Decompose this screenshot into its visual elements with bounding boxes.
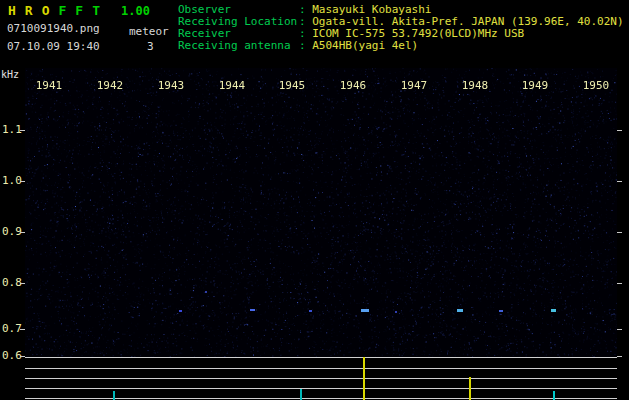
meteor-echo-mark (361, 309, 369, 312)
x-tick-label: 1950 (583, 79, 610, 92)
y-tick-label: 0.8 (2, 276, 22, 289)
strip-event-mark (469, 377, 471, 400)
y-tick-label: 1.1 (2, 123, 22, 136)
y-tick-mark-left (20, 232, 25, 233)
y-tick-mark-right (617, 232, 622, 233)
meteor-echo-mark (205, 291, 207, 293)
y-tick-mark-left (20, 181, 25, 182)
spectrogram-canvas (25, 68, 617, 357)
x-tick-label: 1942 (97, 79, 124, 92)
y-tick-mark-right (617, 181, 622, 182)
mode-label: meteor (129, 25, 169, 38)
station-field-colon: : (299, 39, 312, 52)
strip-gridline (25, 388, 617, 389)
y-tick-mark-right (617, 356, 622, 357)
x-tick-label: 1948 (462, 79, 489, 92)
strip-event-mark (553, 391, 555, 400)
x-tick-label: 1945 (279, 79, 306, 92)
y-tick-mark-left (20, 130, 25, 131)
y-tick-label: 0.7 (2, 322, 22, 335)
meteor-echo-mark (250, 309, 255, 311)
title-letter: H (8, 3, 25, 18)
y-tick-label: 0.6 (2, 349, 22, 362)
strip-gridline (25, 378, 617, 379)
title-letter: T (92, 3, 109, 18)
hrofft-window: HROFFT 1.00 0710091940.png meteor 07.10.… (0, 0, 629, 400)
app-version: 1.00 (121, 4, 150, 18)
meteor-echo-mark (551, 309, 556, 312)
meteor-echo-mark (395, 311, 397, 313)
title-letter: F (58, 3, 75, 18)
y-tick-mark-left (20, 329, 25, 330)
x-tick-label: 1944 (219, 79, 246, 92)
station-field-label: Receiving antenna (178, 40, 299, 52)
y-tick-label: 0.9 (2, 225, 22, 238)
x-tick-label: 1947 (401, 79, 428, 92)
observation-datetime: 07.10.09 19:40 (7, 40, 100, 53)
strip-event-mark (300, 389, 302, 400)
y-tick-label: 1.0 (2, 174, 22, 187)
x-tick-label: 1943 (158, 79, 185, 92)
meteor-echo-mark (457, 309, 463, 312)
y-tick-mark-right (617, 283, 622, 284)
title-letter: O (42, 3, 59, 18)
x-tick-label: 1946 (340, 79, 367, 92)
meteor-count: 3 (147, 40, 154, 53)
y-axis-unit: kHz (1, 69, 19, 80)
strip-event-mark (363, 357, 365, 400)
title-letter: R (25, 3, 42, 18)
y-tick-mark-left (20, 283, 25, 284)
station-row: Receiving antenna: A504HB(yagi 4el) (178, 40, 624, 52)
station-info: Observer: Masayuki KobayashiReceiving Lo… (178, 4, 624, 52)
meteor-echo-mark (499, 310, 503, 312)
app-title: HROFFT (8, 3, 109, 18)
strip-gridline (25, 368, 617, 369)
x-tick-label: 1949 (522, 79, 549, 92)
meteor-echo-mark (179, 310, 182, 312)
strip-event-mark (113, 391, 115, 400)
y-tick-mark-right (617, 130, 622, 131)
title-letter: F (75, 3, 92, 18)
x-tick-label: 1941 (36, 79, 63, 92)
strip-gridline (25, 357, 617, 358)
y-tick-mark-right (617, 329, 622, 330)
output-filename: 0710091940.png (7, 22, 100, 35)
station-field-value: A504HB(yagi 4el) (312, 39, 418, 52)
meteor-echo-mark (309, 310, 312, 312)
